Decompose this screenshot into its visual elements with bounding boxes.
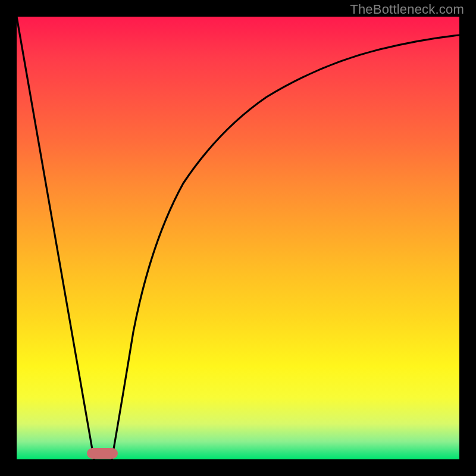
curve-right-asymptote <box>112 35 459 459</box>
plot-area <box>17 17 459 459</box>
curve-left-spike <box>17 17 94 459</box>
vertex-marker <box>87 448 118 459</box>
curve-layer <box>17 17 459 459</box>
watermark-text: TheBottleneck.com <box>350 2 464 17</box>
